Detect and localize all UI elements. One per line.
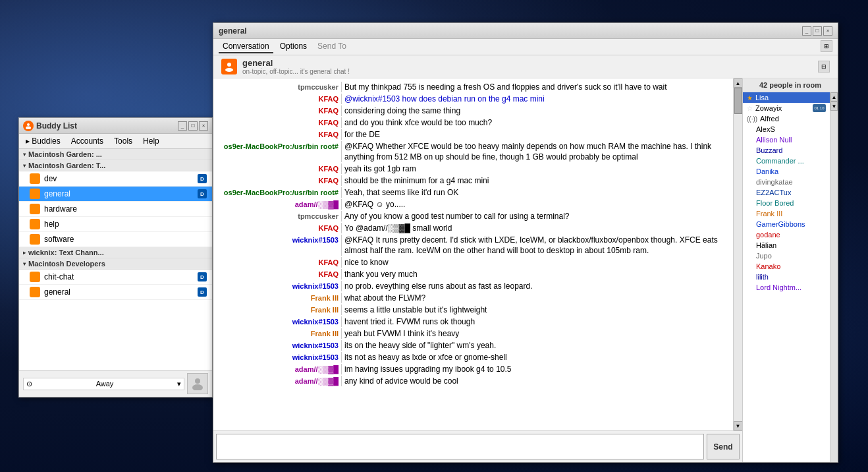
chat-messages[interactable]: tpmccusker But my thinkpad 755 is needin… [213, 78, 733, 430]
user-item-frank-iii[interactable]: Frank III [743, 208, 830, 219]
user-item-lord-nightm[interactable]: Lord Nightm... [743, 282, 830, 293]
maximize-button[interactable]: □ [188, 121, 198, 131]
user-name: Frank III [747, 210, 826, 218]
user-item-allison[interactable]: Allison Null [743, 134, 830, 145]
menu-help[interactable]: Help [140, 135, 162, 147]
chat-room-settings-icon[interactable]: ⊟ [818, 61, 830, 73]
minimize-button[interactable]: _ [178, 121, 187, 131]
message-sender: wicknix#1503 [216, 340, 341, 351]
status-selector[interactable]: ⊙ Away ▾ [23, 378, 184, 390]
user-item-zowayix[interactable]: ☆ Zowayix 01 10 [743, 103, 830, 113]
group-wicknix[interactable]: ▸ wicknix: Text Chann... [19, 247, 212, 258]
menu-accounts[interactable]: Accounts [68, 135, 106, 147]
users-scroll-down[interactable]: ▼ [830, 102, 838, 111]
svg-point-3 [192, 384, 203, 390]
chat-input[interactable] [216, 434, 704, 459]
group-arrow: ▾ [23, 261, 26, 267]
user-name: divingkatae [747, 178, 826, 186]
buddy-general-dev[interactable]: general D [19, 285, 212, 300]
scrollbar-up-button[interactable]: ▲ [734, 78, 743, 88]
user-item-lilith[interactable]: lilith [743, 272, 830, 282]
buddy-icon [30, 219, 40, 229]
message-sender: wicknix#1503 [216, 235, 341, 256]
message-sender: wicknix#1503 [216, 316, 341, 327]
message-text: im having issues upgrading my ibook g4 t… [344, 364, 730, 374]
buddy-hardware[interactable]: hardware [19, 202, 212, 217]
user-item-jupo[interactable]: Jupo [743, 251, 830, 261]
chat-room-header: general on-topic, off-topic... it's gene… [213, 55, 838, 78]
chat-close-button[interactable]: × [823, 26, 832, 36]
user-item-halian[interactable]: Hālian [743, 240, 830, 251]
message-row: KFAQ thank you very much [213, 268, 733, 280]
divider [341, 305, 342, 315]
message-sender: KFAQ [216, 163, 341, 174]
message-row: KFAQ should be the minimum for a g4 mac … [213, 175, 733, 187]
user-item-ez2actux[interactable]: EZ2ACTux [743, 187, 830, 198]
user-item-floor-bored[interactable]: Floor Bored [743, 198, 830, 208]
users-list: ★ Lisa ☆ Zowayix 01 10 ((·)) Alfred Alex… [743, 92, 830, 462]
chat-minimize-button[interactable]: _ [802, 26, 811, 36]
group-macintosh-garden-2[interactable]: ▾ Macintosh Garden: T... [19, 160, 212, 171]
user-item-divingkatae[interactable]: divingkatae [743, 177, 830, 187]
message-row: adam//░▒▓█ @KFAQ ☺ yo..... [213, 198, 733, 210]
message-sender: KFAQ [216, 117, 341, 128]
chat-body: tpmccusker But my thinkpad 755 is needin… [213, 78, 838, 462]
message-row: wicknix#1503 its on the heavy side of "l… [213, 339, 733, 351]
buddy-dev[interactable]: dev D [19, 171, 212, 187]
menu-buddies[interactable]: ▸ Buddies [23, 135, 63, 147]
user-item-lisa[interactable]: ★ Lisa [743, 92, 830, 103]
send-button[interactable]: Send [707, 434, 740, 459]
chat-window-buttons: _ □ × [802, 26, 832, 36]
divider [341, 328, 342, 339]
status-icon: ⊙ [26, 380, 32, 388]
user-item-godane[interactable]: godane [743, 229, 830, 240]
user-item-commander[interactable]: Commander ... [743, 156, 830, 166]
message-row: KFAQ Yo @adam//░▒▓█ small world [213, 222, 733, 234]
menu-tools[interactable]: Tools [111, 135, 135, 147]
chat-extra-icon[interactable]: ⊞ [821, 40, 832, 52]
user-item-buzzard[interactable]: Buzzard [743, 145, 830, 156]
user-name: Floor Bored [747, 199, 826, 207]
users-scroll-up[interactable]: ▲ [830, 92, 838, 102]
buddy-software[interactable]: software [19, 232, 212, 247]
buddy-chit-chat[interactable]: chit-chat D [19, 270, 212, 285]
chat-maximize-button[interactable]: □ [813, 26, 822, 36]
scrollbar-thumb[interactable] [734, 88, 742, 114]
message-text: no prob. eveything else runs about as fa… [344, 281, 730, 291]
user-item-kanako[interactable]: Kanako [743, 261, 830, 272]
message-row: adam//░▒▓█ any kind of advice would be c… [213, 375, 733, 387]
users-scrollbar[interactable]: ▲ ▼ [830, 92, 838, 462]
scrollbar-down-button[interactable]: ▼ [734, 421, 743, 430]
chat-window-title: general [219, 26, 247, 36]
user-name: EZ2ACTux [747, 189, 826, 196]
buddy-icon [30, 189, 40, 199]
group-macintosh-garden-1[interactable]: ▾ Macintosh Garden: ... [19, 149, 212, 160]
message-sender: KFAQ [216, 223, 341, 233]
user-item-alexs[interactable]: AlexS [743, 124, 830, 134]
message-row: KFAQ yeah its got 1gb ram [213, 163, 733, 175]
menu-options[interactable]: Options [276, 40, 311, 53]
group-label: Macintosh Garden: T... [28, 162, 105, 169]
divider [341, 199, 342, 210]
divider [341, 141, 342, 162]
user-item-gamergibbons[interactable]: GamerGibbons [743, 219, 830, 229]
close-button[interactable]: × [199, 121, 208, 131]
menu-conversation[interactable]: Conversation [219, 40, 273, 53]
user-item-danika[interactable]: Danika [743, 166, 830, 177]
svg-point-2 [195, 378, 200, 384]
buddy-help[interactable]: help [19, 217, 212, 232]
avatar-button[interactable] [187, 373, 208, 394]
scrollbar-track[interactable] [734, 88, 742, 421]
menu-send-to[interactable]: Send To [313, 40, 350, 53]
user-item-alfred[interactable]: ((·)) Alfred [743, 113, 830, 124]
message-sender: adam//░▒▓█ [216, 376, 341, 386]
user-badge: 01 10 [813, 104, 826, 112]
buddy-general-active[interactable]: general D [19, 187, 212, 202]
chat-scrollbar: ▲ ▼ [733, 78, 742, 430]
message-text: @KFAQ ☺ yo..... [344, 199, 730, 210]
signal-icon: ((·)) [747, 115, 757, 123]
message-text: and do you think xfce would be too much? [344, 117, 730, 128]
group-mac-developers[interactable]: ▾ Macintosh Developers [19, 258, 212, 270]
message-row: wicknix#1503 no prob. eveything else run… [213, 280, 733, 292]
message-text: what about the FLWM? [344, 293, 730, 303]
